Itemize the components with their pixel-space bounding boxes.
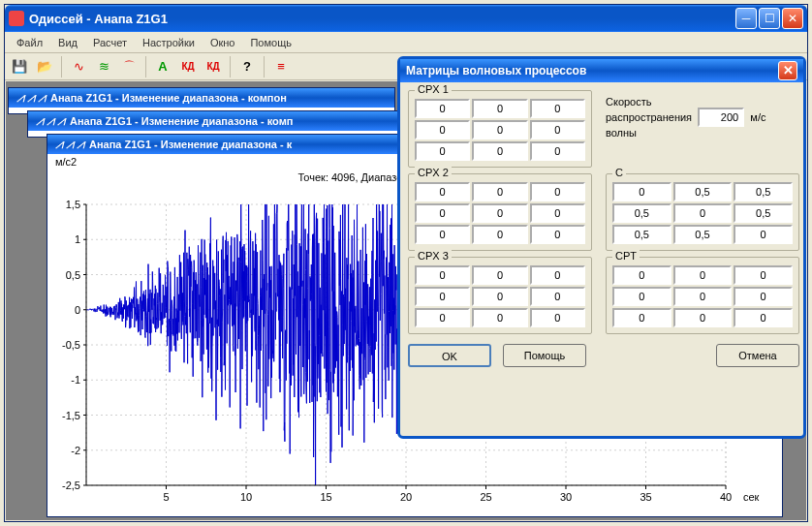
matrix-cell[interactable]: 0 bbox=[673, 308, 733, 327]
svg-text:1,5: 1,5 bbox=[66, 199, 80, 210]
matrix-cell[interactable]: 0 bbox=[472, 182, 527, 201]
wave3-icon[interactable]: ≡ bbox=[270, 56, 292, 77]
matrix-dialog[interactable]: Матрицы волновых процессов ✕ CPX 1 00000… bbox=[397, 56, 806, 439]
help-icon[interactable]: ? bbox=[236, 56, 258, 77]
matrix-cell[interactable]: 0 bbox=[530, 287, 585, 306]
matrix-cell[interactable]: 0 bbox=[530, 225, 585, 244]
matrix-cell[interactable]: 0 bbox=[530, 120, 585, 139]
matrix-cell[interactable]: 0 bbox=[530, 99, 585, 118]
matrix-cell[interactable]: 0,5 bbox=[612, 225, 671, 244]
menu-help[interactable]: Помощь bbox=[242, 35, 299, 50]
matrix-cell[interactable]: 0 bbox=[612, 265, 671, 285]
matrix-cell[interactable]: 0 bbox=[472, 203, 527, 223]
matrix-cell[interactable]: 0 bbox=[673, 265, 733, 285]
matrix-cell[interactable]: 0 bbox=[472, 99, 527, 118]
dialog-close-button[interactable]: ✕ bbox=[778, 61, 797, 80]
menu-settings[interactable]: Настройки bbox=[135, 35, 203, 50]
maximize-button[interactable]: ☐ bbox=[759, 8, 780, 29]
separator bbox=[264, 56, 265, 77]
chart-ylabel: м/с2 bbox=[55, 156, 77, 168]
matrix-cell[interactable]: 0 bbox=[530, 182, 585, 201]
separator bbox=[230, 56, 231, 77]
wave-icon: ⩘⩘⩘ bbox=[34, 115, 66, 127]
dialog-titlebar[interactable]: Матрицы волновых процессов ✕ bbox=[400, 59, 803, 82]
matrix-cpx1: CPX 1 000000000 bbox=[408, 90, 592, 168]
matrix-cell[interactable]: 0 bbox=[415, 141, 470, 161]
menu-view[interactable]: Вид bbox=[50, 35, 85, 50]
c-label: C bbox=[612, 167, 626, 178]
matrix-cell[interactable]: 0 bbox=[415, 225, 470, 244]
matrix-cell[interactable]: 0 bbox=[472, 225, 527, 244]
svg-text:-1,5: -1,5 bbox=[62, 410, 80, 421]
wave1-icon[interactable]: ∿ bbox=[68, 56, 89, 77]
child-title-1[interactable]: ⩘⩘⩘ Анапа Z1G1 - Изменение диапазона - к… bbox=[9, 88, 394, 108]
matrix-cell[interactable]: 0 bbox=[673, 203, 733, 223]
matrix-cell[interactable]: 0,5 bbox=[673, 182, 733, 201]
matrix-cell[interactable]: 0 bbox=[415, 265, 470, 285]
matrix-cpt: CPT 000000000 bbox=[606, 257, 799, 334]
matrix-cell[interactable]: 0,5 bbox=[734, 203, 793, 223]
curve-icon[interactable]: ⌒ bbox=[118, 56, 140, 77]
ok-button[interactable]: OK bbox=[408, 344, 491, 367]
svg-text:20: 20 bbox=[400, 491, 412, 503]
matrix-cell[interactable]: 0 bbox=[734, 308, 793, 327]
menu-calc[interactable]: Расчет bbox=[85, 35, 135, 50]
save-icon[interactable]: 💾 bbox=[9, 56, 30, 77]
kd1-button[interactable]: КД bbox=[177, 56, 199, 77]
kd2-button[interactable]: КД bbox=[203, 56, 224, 77]
menu-window[interactable]: Окно bbox=[203, 35, 243, 50]
matrix-cell[interactable]: 0 bbox=[530, 203, 585, 223]
svg-text:30: 30 bbox=[560, 491, 572, 503]
matrix-cell[interactable]: 0 bbox=[415, 182, 470, 201]
wave-icon: ⩘⩘⩘ bbox=[15, 92, 47, 104]
dialog-body: CPX 1 000000000 Скорость распространения… bbox=[400, 82, 803, 375]
titlebar[interactable]: Одиссей - Анапа Z1G1 ─ ☐ ✕ bbox=[5, 5, 807, 32]
child-title-text-2: Анапа Z1G1 - Изменение диапазона - комп bbox=[70, 115, 293, 127]
matrix-cpx2: CPX 2 000000000 bbox=[408, 173, 592, 251]
help-button[interactable]: Помощь bbox=[503, 344, 586, 367]
matrix-cell[interactable]: 0 bbox=[415, 203, 470, 223]
matrix-cell[interactable]: 0 bbox=[734, 225, 793, 244]
matrix-cell[interactable]: 0 bbox=[734, 265, 793, 285]
matrix-cell[interactable]: 0 bbox=[472, 265, 527, 285]
close-button[interactable]: ✕ bbox=[782, 8, 803, 29]
matrix-cell[interactable]: 0 bbox=[612, 287, 671, 306]
svg-text:40: 40 bbox=[720, 491, 732, 503]
matrix-cell[interactable]: 0 bbox=[612, 182, 671, 201]
matrix-cell[interactable]: 0 bbox=[415, 287, 470, 306]
matrix-cell[interactable]: 0 bbox=[472, 120, 527, 139]
cancel-button[interactable]: Отмена bbox=[716, 344, 799, 367]
minimize-button[interactable]: ─ bbox=[735, 8, 757, 29]
svg-text:-2: -2 bbox=[71, 445, 80, 456]
svg-text:15: 15 bbox=[320, 491, 331, 503]
matrix-cell[interactable]: 0 bbox=[415, 99, 470, 118]
vel-label-3: волны bbox=[606, 127, 637, 139]
matrix-cell[interactable]: 0 bbox=[530, 141, 585, 161]
cpx2-grid: 000000000 bbox=[415, 182, 585, 244]
matrix-cell[interactable]: 0 bbox=[415, 120, 470, 139]
open-icon[interactable]: 📂 bbox=[34, 56, 55, 77]
matrix-cell[interactable]: 0,5 bbox=[612, 203, 671, 223]
a-button[interactable]: А bbox=[152, 56, 173, 77]
matrix-cell[interactable]: 0 bbox=[472, 287, 527, 306]
matrix-cell[interactable]: 0 bbox=[612, 308, 671, 327]
dialog-title: Матрицы волновых процессов bbox=[406, 64, 778, 77]
svg-text:5: 5 bbox=[163, 491, 169, 503]
matrix-cell[interactable]: 0 bbox=[530, 308, 585, 327]
wave2-icon[interactable]: ≋ bbox=[93, 56, 114, 77]
child-title-2[interactable]: ⩘⩘⩘ Анапа Z1G1 - Изменение диапазона - к… bbox=[28, 111, 404, 131]
matrix-cell[interactable]: 0 bbox=[415, 308, 470, 327]
matrix-cell[interactable]: 0 bbox=[734, 287, 793, 306]
separator bbox=[61, 56, 62, 77]
matrix-cell[interactable]: 0 bbox=[472, 308, 527, 327]
matrix-cell[interactable]: 0 bbox=[673, 287, 733, 306]
matrix-cell[interactable]: 0 bbox=[472, 141, 527, 161]
matrix-cpx3: CPX 3 000000000 bbox=[408, 257, 592, 334]
matrix-cell[interactable]: 0,5 bbox=[734, 182, 793, 201]
matrix-cell[interactable]: 0 bbox=[530, 265, 585, 285]
svg-text:-2,5: -2,5 bbox=[62, 480, 80, 491]
velocity-input[interactable]: 200 bbox=[698, 108, 744, 127]
matrix-cell[interactable]: 0,5 bbox=[673, 225, 733, 244]
menu-file[interactable]: Файл bbox=[9, 35, 50, 50]
svg-text:10: 10 bbox=[240, 491, 252, 503]
